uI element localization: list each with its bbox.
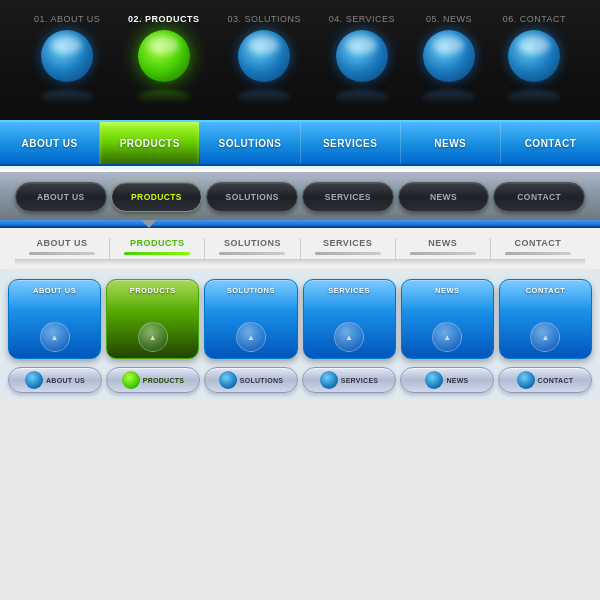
nav2-about[interactable]: ABOUT US [0, 122, 100, 164]
nav1-contact-reflection [508, 90, 560, 104]
nav3-solutions[interactable]: SOLUTIONS [206, 182, 298, 212]
nav5-about-icon [40, 322, 70, 352]
nav4-about-label: ABOUT US [37, 238, 88, 248]
nav4-container: ABOUT US PRODUCTS SOLUTIONS SERVICES NEW… [15, 238, 585, 259]
nav-blue-tiles: ABOUT US PRODUCTS SOLUTIONS SERVICES NEW… [0, 269, 600, 363]
nav5-container: ABOUT US PRODUCTS SOLUTIONS SERVICES NEW… [8, 279, 592, 359]
nav5-services-label: SERVICES [328, 286, 370, 295]
nav6-contact[interactable]: CONTACT [498, 367, 592, 393]
nav5-news[interactable]: NEWS [401, 279, 494, 359]
nav1-news-label: 05. NEWS [426, 14, 472, 24]
nav5-contact[interactable]: CONTACT [499, 279, 592, 359]
nav1-news-orb [423, 30, 475, 82]
nav1-services-reflection [336, 90, 388, 104]
nav1-news-reflection [423, 90, 475, 104]
nav5-products[interactable]: PRODUCTS [106, 279, 199, 359]
nav-chrome-pills: ABOUT US PRODUCTS SOLUTIONS SERVICES NEW… [0, 363, 600, 401]
nav3-container: ABOUT US PRODUCTS SOLUTIONS SERVICES NEW… [15, 182, 585, 212]
nav6-services-orb [320, 371, 338, 389]
nav1-products-label: 02. PRODUCTS [128, 14, 200, 24]
nav4-solutions-label: SOLUTIONS [224, 238, 281, 248]
nav6-about-label: ABOUT US [46, 377, 85, 384]
nav4-products[interactable]: PRODUCTS [110, 238, 205, 259]
nav3-about[interactable]: ABOUT US [15, 182, 107, 212]
nav6-products-label: PRODUCTS [143, 377, 185, 384]
nav1-contact-orb [508, 30, 560, 82]
nav6-about[interactable]: ABOUT US [8, 367, 102, 393]
nav-blue-tabs: ABOUT US PRODUCTS SOLUTIONS SERVICES NEW… [0, 120, 600, 166]
nav3-contact[interactable]: CONTACT [493, 182, 585, 212]
nav3-products[interactable]: PRODUCTS [111, 182, 203, 212]
nav-orb: 01. ABOUT US 02. PRODUCTS 03. SOLUTIONS … [0, 0, 600, 120]
nav4-about-underline [29, 252, 95, 255]
nav5-products-label: PRODUCTS [130, 286, 176, 295]
nav3-services[interactable]: SERVICES [302, 182, 394, 212]
nav1-about-reflection [41, 90, 93, 104]
nav1-products[interactable]: 02. PRODUCTS [128, 14, 200, 104]
nav1-services-orb [336, 30, 388, 82]
nav4-products-underline [124, 252, 190, 255]
nav4-solutions[interactable]: SOLUTIONS [205, 238, 300, 259]
nav4-contact[interactable]: CONTACT [491, 238, 585, 259]
nav1-products-orb [138, 30, 190, 82]
nav6-solutions-label: SOLUTIONS [240, 377, 284, 384]
nav1-solutions-reflection [238, 90, 290, 104]
nav1-services-label: 04. SERVICES [329, 14, 395, 24]
nav3-news[interactable]: NEWS [398, 182, 490, 212]
nav2-products[interactable]: PRODUCTS [100, 122, 200, 164]
nav6-services-label: SERVICES [341, 377, 379, 384]
nav1-about-label: 01. ABOUT US [34, 14, 100, 24]
nav5-solutions-label: SOLUTIONS [227, 286, 275, 295]
nav6-products[interactable]: PRODUCTS [106, 367, 200, 393]
nav-minimal: ABOUT US PRODUCTS SOLUTIONS SERVICES NEW… [0, 228, 600, 269]
nav5-about-label: ABOUT US [33, 286, 76, 295]
nav-dark-pills: ABOUT US PRODUCTS SOLUTIONS SERVICES NEW… [0, 172, 600, 220]
nav4-news-label: NEWS [428, 238, 457, 248]
nav5-news-icon [432, 322, 462, 352]
nav6-solutions[interactable]: SOLUTIONS [204, 367, 298, 393]
nav2-services[interactable]: SERVICES [301, 122, 401, 164]
nav4-news-underline [410, 252, 476, 255]
nav1-products-reflection [138, 90, 190, 104]
nav5-contact-label: CONTACT [526, 286, 566, 295]
nav6-news[interactable]: NEWS [400, 367, 494, 393]
nav5-contact-icon [530, 322, 560, 352]
nav6-services[interactable]: SERVICES [302, 367, 396, 393]
nav1-news[interactable]: 05. NEWS [423, 14, 475, 104]
nav4-products-label: PRODUCTS [130, 238, 185, 248]
nav5-solutions-icon [236, 322, 266, 352]
nav2-solutions[interactable]: SOLUTIONS [200, 122, 300, 164]
nav5-solutions[interactable]: SOLUTIONS [204, 279, 297, 359]
nav4-contact-underline [505, 252, 571, 255]
nav6-contact-label: CONTACT [538, 377, 574, 384]
nav4-services[interactable]: SERVICES [301, 238, 396, 259]
nav4-about[interactable]: ABOUT US [15, 238, 110, 259]
nav1-contact[interactable]: 06. CONTACT [503, 14, 566, 104]
nav1-about[interactable]: 01. ABOUT US [34, 14, 100, 104]
nav5-services-icon [334, 322, 364, 352]
nav6-solutions-orb [219, 371, 237, 389]
nav5-news-label: NEWS [435, 286, 460, 295]
nav4-services-underline [315, 252, 381, 255]
nav4-services-label: SERVICES [323, 238, 372, 248]
nav1-contact-label: 06. CONTACT [503, 14, 566, 24]
nav5-about[interactable]: ABOUT US [8, 279, 101, 359]
nav6-news-orb [425, 371, 443, 389]
nav1-solutions-orb [238, 30, 290, 82]
nav4-solutions-underline [219, 252, 285, 255]
nav5-services[interactable]: SERVICES [303, 279, 396, 359]
nav3-pointer [141, 220, 157, 228]
nav6-news-label: NEWS [446, 377, 468, 384]
nav4-news[interactable]: NEWS [396, 238, 491, 259]
nav1-solutions-label: 03. SOLUTIONS [227, 14, 301, 24]
nav4-shadow [15, 259, 585, 265]
nav6-products-orb [122, 371, 140, 389]
nav1-solutions[interactable]: 03. SOLUTIONS [227, 14, 301, 104]
nav2-contact[interactable]: CONTACT [501, 122, 600, 164]
nav1-about-orb [41, 30, 93, 82]
nav6-container: ABOUT US PRODUCTS SOLUTIONS SERVICES NEW… [8, 367, 592, 393]
nav1-services[interactable]: 04. SERVICES [329, 14, 395, 104]
nav5-products-icon [138, 322, 168, 352]
nav6-about-orb [25, 371, 43, 389]
nav2-news[interactable]: NEWS [401, 122, 501, 164]
